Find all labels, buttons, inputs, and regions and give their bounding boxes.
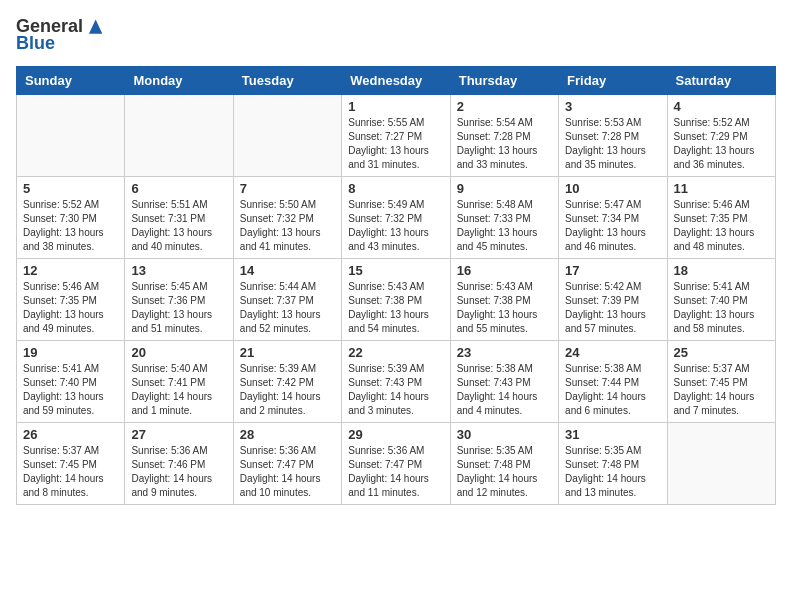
- day-info: Sunrise: 5:44 AMSunset: 7:37 PMDaylight:…: [240, 280, 335, 336]
- day-number: 31: [565, 427, 660, 442]
- day-info: Sunrise: 5:53 AMSunset: 7:28 PMDaylight:…: [565, 116, 660, 172]
- day-number: 11: [674, 181, 769, 196]
- weekday-header-sunday: Sunday: [17, 67, 125, 95]
- calendar-cell: 6Sunrise: 5:51 AMSunset: 7:31 PMDaylight…: [125, 177, 233, 259]
- day-number: 17: [565, 263, 660, 278]
- day-number: 25: [674, 345, 769, 360]
- day-info: Sunrise: 5:40 AMSunset: 7:41 PMDaylight:…: [131, 362, 226, 418]
- day-number: 24: [565, 345, 660, 360]
- calendar-cell: 29Sunrise: 5:36 AMSunset: 7:47 PMDayligh…: [342, 423, 450, 505]
- calendar-cell: 4Sunrise: 5:52 AMSunset: 7:29 PMDaylight…: [667, 95, 775, 177]
- calendar-cell: 16Sunrise: 5:43 AMSunset: 7:38 PMDayligh…: [450, 259, 558, 341]
- calendar-cell: 20Sunrise: 5:40 AMSunset: 7:41 PMDayligh…: [125, 341, 233, 423]
- day-info: Sunrise: 5:50 AMSunset: 7:32 PMDaylight:…: [240, 198, 335, 254]
- calendar-cell: 7Sunrise: 5:50 AMSunset: 7:32 PMDaylight…: [233, 177, 341, 259]
- day-number: 7: [240, 181, 335, 196]
- day-info: Sunrise: 5:39 AMSunset: 7:42 PMDaylight:…: [240, 362, 335, 418]
- calendar-cell: 10Sunrise: 5:47 AMSunset: 7:34 PMDayligh…: [559, 177, 667, 259]
- calendar-cell: 23Sunrise: 5:38 AMSunset: 7:43 PMDayligh…: [450, 341, 558, 423]
- calendar-cell: 24Sunrise: 5:38 AMSunset: 7:44 PMDayligh…: [559, 341, 667, 423]
- calendar-cell: 11Sunrise: 5:46 AMSunset: 7:35 PMDayligh…: [667, 177, 775, 259]
- calendar-cell: 8Sunrise: 5:49 AMSunset: 7:32 PMDaylight…: [342, 177, 450, 259]
- day-number: 19: [23, 345, 118, 360]
- weekday-header-row: SundayMondayTuesdayWednesdayThursdayFrid…: [17, 67, 776, 95]
- calendar-cell: [233, 95, 341, 177]
- day-info: Sunrise: 5:36 AMSunset: 7:47 PMDaylight:…: [240, 444, 335, 500]
- calendar-cell: 14Sunrise: 5:44 AMSunset: 7:37 PMDayligh…: [233, 259, 341, 341]
- day-info: Sunrise: 5:51 AMSunset: 7:31 PMDaylight:…: [131, 198, 226, 254]
- day-number: 20: [131, 345, 226, 360]
- day-info: Sunrise: 5:52 AMSunset: 7:30 PMDaylight:…: [23, 198, 118, 254]
- day-number: 22: [348, 345, 443, 360]
- calendar-cell: 18Sunrise: 5:41 AMSunset: 7:40 PMDayligh…: [667, 259, 775, 341]
- calendar-cell: 22Sunrise: 5:39 AMSunset: 7:43 PMDayligh…: [342, 341, 450, 423]
- day-number: 29: [348, 427, 443, 442]
- day-number: 26: [23, 427, 118, 442]
- day-number: 9: [457, 181, 552, 196]
- day-info: Sunrise: 5:38 AMSunset: 7:44 PMDaylight:…: [565, 362, 660, 418]
- weekday-header-tuesday: Tuesday: [233, 67, 341, 95]
- day-number: 2: [457, 99, 552, 114]
- logo-icon: [84, 17, 104, 37]
- calendar-cell: 9Sunrise: 5:48 AMSunset: 7:33 PMDaylight…: [450, 177, 558, 259]
- day-info: Sunrise: 5:49 AMSunset: 7:32 PMDaylight:…: [348, 198, 443, 254]
- day-number: 10: [565, 181, 660, 196]
- week-row-2: 5Sunrise: 5:52 AMSunset: 7:30 PMDaylight…: [17, 177, 776, 259]
- day-number: 23: [457, 345, 552, 360]
- calendar-cell: 30Sunrise: 5:35 AMSunset: 7:48 PMDayligh…: [450, 423, 558, 505]
- week-row-1: 1Sunrise: 5:55 AMSunset: 7:27 PMDaylight…: [17, 95, 776, 177]
- day-number: 8: [348, 181, 443, 196]
- week-row-3: 12Sunrise: 5:46 AMSunset: 7:35 PMDayligh…: [17, 259, 776, 341]
- calendar-cell: 2Sunrise: 5:54 AMSunset: 7:28 PMDaylight…: [450, 95, 558, 177]
- day-info: Sunrise: 5:43 AMSunset: 7:38 PMDaylight:…: [457, 280, 552, 336]
- weekday-header-monday: Monday: [125, 67, 233, 95]
- day-info: Sunrise: 5:54 AMSunset: 7:28 PMDaylight:…: [457, 116, 552, 172]
- week-row-4: 19Sunrise: 5:41 AMSunset: 7:40 PMDayligh…: [17, 341, 776, 423]
- day-info: Sunrise: 5:36 AMSunset: 7:46 PMDaylight:…: [131, 444, 226, 500]
- day-number: 12: [23, 263, 118, 278]
- day-number: 21: [240, 345, 335, 360]
- calendar-cell: 19Sunrise: 5:41 AMSunset: 7:40 PMDayligh…: [17, 341, 125, 423]
- day-number: 5: [23, 181, 118, 196]
- day-number: 3: [565, 99, 660, 114]
- weekday-header-thursday: Thursday: [450, 67, 558, 95]
- calendar-cell: 12Sunrise: 5:46 AMSunset: 7:35 PMDayligh…: [17, 259, 125, 341]
- calendar-cell: 13Sunrise: 5:45 AMSunset: 7:36 PMDayligh…: [125, 259, 233, 341]
- calendar-cell: 15Sunrise: 5:43 AMSunset: 7:38 PMDayligh…: [342, 259, 450, 341]
- weekday-header-wednesday: Wednesday: [342, 67, 450, 95]
- calendar-cell: 28Sunrise: 5:36 AMSunset: 7:47 PMDayligh…: [233, 423, 341, 505]
- svg-marker-0: [89, 19, 102, 33]
- day-info: Sunrise: 5:36 AMSunset: 7:47 PMDaylight:…: [348, 444, 443, 500]
- calendar-cell: 1Sunrise: 5:55 AMSunset: 7:27 PMDaylight…: [342, 95, 450, 177]
- day-number: 28: [240, 427, 335, 442]
- calendar-cell: 5Sunrise: 5:52 AMSunset: 7:30 PMDaylight…: [17, 177, 125, 259]
- week-row-5: 26Sunrise: 5:37 AMSunset: 7:45 PMDayligh…: [17, 423, 776, 505]
- day-info: Sunrise: 5:46 AMSunset: 7:35 PMDaylight:…: [674, 198, 769, 254]
- day-info: Sunrise: 5:35 AMSunset: 7:48 PMDaylight:…: [565, 444, 660, 500]
- day-info: Sunrise: 5:41 AMSunset: 7:40 PMDaylight:…: [23, 362, 118, 418]
- day-info: Sunrise: 5:45 AMSunset: 7:36 PMDaylight:…: [131, 280, 226, 336]
- day-info: Sunrise: 5:41 AMSunset: 7:40 PMDaylight:…: [674, 280, 769, 336]
- logo: General Blue: [16, 16, 105, 54]
- weekday-header-friday: Friday: [559, 67, 667, 95]
- weekday-header-saturday: Saturday: [667, 67, 775, 95]
- calendar-cell: [17, 95, 125, 177]
- calendar-cell: 27Sunrise: 5:36 AMSunset: 7:46 PMDayligh…: [125, 423, 233, 505]
- day-number: 4: [674, 99, 769, 114]
- day-info: Sunrise: 5:42 AMSunset: 7:39 PMDaylight:…: [565, 280, 660, 336]
- calendar-cell: [125, 95, 233, 177]
- calendar: SundayMondayTuesdayWednesdayThursdayFrid…: [16, 66, 776, 505]
- calendar-cell: 25Sunrise: 5:37 AMSunset: 7:45 PMDayligh…: [667, 341, 775, 423]
- calendar-cell: 3Sunrise: 5:53 AMSunset: 7:28 PMDaylight…: [559, 95, 667, 177]
- day-info: Sunrise: 5:52 AMSunset: 7:29 PMDaylight:…: [674, 116, 769, 172]
- day-info: Sunrise: 5:43 AMSunset: 7:38 PMDaylight:…: [348, 280, 443, 336]
- logo-blue: Blue: [16, 33, 55, 54]
- day-number: 27: [131, 427, 226, 442]
- day-number: 6: [131, 181, 226, 196]
- header: General Blue: [16, 16, 776, 54]
- calendar-cell: 26Sunrise: 5:37 AMSunset: 7:45 PMDayligh…: [17, 423, 125, 505]
- calendar-cell: 17Sunrise: 5:42 AMSunset: 7:39 PMDayligh…: [559, 259, 667, 341]
- day-info: Sunrise: 5:37 AMSunset: 7:45 PMDaylight:…: [674, 362, 769, 418]
- day-info: Sunrise: 5:35 AMSunset: 7:48 PMDaylight:…: [457, 444, 552, 500]
- calendar-cell: 31Sunrise: 5:35 AMSunset: 7:48 PMDayligh…: [559, 423, 667, 505]
